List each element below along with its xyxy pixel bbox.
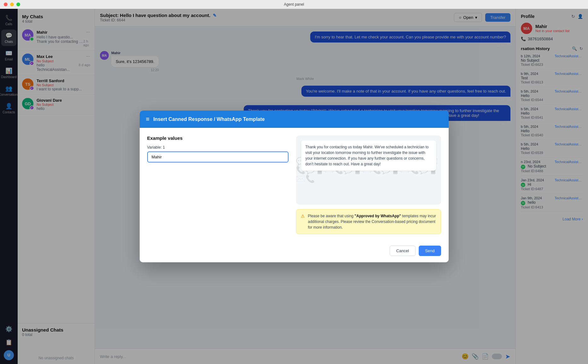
modal-overlay: ≡ Insert Canned Response / WhatsApp Temp… <box>0 9 588 364</box>
modal-left: Example values Variable: 1 <box>147 135 288 234</box>
example-values-title: Example values <box>147 135 288 141</box>
modal-canned-response: ≡ Insert Canned Response / WhatsApp Temp… <box>140 111 449 262</box>
modal-footer: Cancel Send <box>140 242 449 262</box>
warning-box: ⚠ Please be aware that using "Approved b… <box>296 209 441 234</box>
variable-label: Variable: 1 <box>147 145 288 150</box>
send-button-modal[interactable]: Send <box>419 246 441 256</box>
minimize-dot[interactable] <box>10 3 14 6</box>
modal-title: Insert Canned Response / WhatsApp Templa… <box>153 117 265 122</box>
modal-header-icon: ≡ <box>146 116 150 123</box>
variable-input[interactable] <box>147 151 288 162</box>
app-title: Agent panel <box>284 2 304 7</box>
warning-icon: ⚠ <box>301 213 305 219</box>
modal-header: ≡ Insert Canned Response / WhatsApp Temp… <box>140 111 449 128</box>
close-dot[interactable] <box>4 3 8 6</box>
maximize-dot[interactable] <box>16 3 20 6</box>
titlebar: Agent panel <box>0 0 588 9</box>
warning-text: Please be aware that using "Approved by … <box>308 213 436 230</box>
modal-body: Example values Variable: 1 💬📱✉️📞💬📱✉️📞💬📱✉… <box>140 128 449 242</box>
template-preview-text: Thank you for contacting us today Mahir.… <box>301 140 436 171</box>
warning-text-before: Please be aware that using <box>308 214 355 218</box>
warning-bold: "Approved by WhatsApp" <box>355 214 401 218</box>
template-preview: 💬📱✉️📞💬📱✉️📞💬📱✉️📞💬📱✉️📞💬📱✉️📞💬📱✉️📞💬📱✉️📞💬📱✉️📞… <box>296 135 441 205</box>
cancel-button[interactable]: Cancel <box>390 246 416 256</box>
modal-right: 💬📱✉️📞💬📱✉️📞💬📱✉️📞💬📱✉️📞💬📱✉️📞💬📱✉️📞💬📱✉️📞💬📱✉️📞… <box>296 135 441 234</box>
